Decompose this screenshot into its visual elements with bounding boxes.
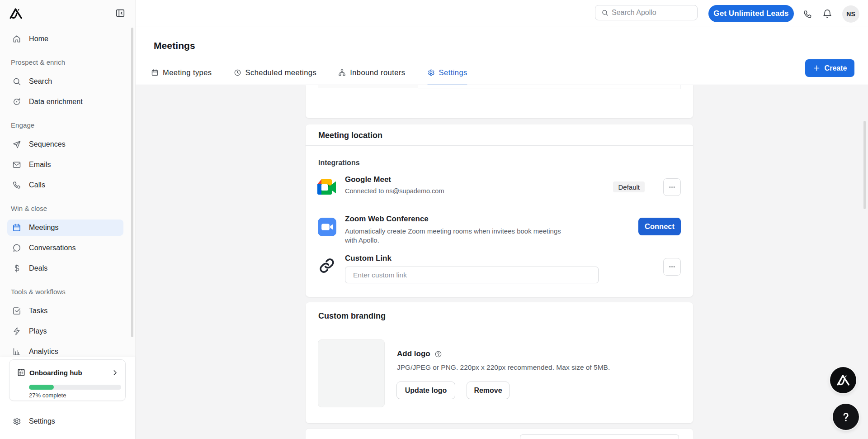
search-input[interactable]	[612, 9, 689, 17]
task-check-icon	[12, 306, 21, 315]
get-unlimited-leads-button[interactable]: Get Unlimited Leads	[708, 5, 794, 22]
global-search[interactable]	[595, 5, 698, 20]
onboarding-progress-label: 27% complete	[29, 392, 66, 399]
tab-scheduled-meetings[interactable]: Scheduled meetings	[234, 68, 317, 85]
sidebar-item-label: Search	[29, 77, 52, 86]
remove-logo-button[interactable]: Remove	[467, 382, 509, 399]
sidebar-item-home[interactable]: Home	[7, 31, 123, 47]
apollo-logo-icon	[9, 8, 22, 19]
sidebar-item-label: Tasks	[29, 307, 47, 315]
page-scrollbar[interactable]	[863, 121, 866, 209]
sidebar-item-settings[interactable]: Settings	[7, 413, 123, 429]
tab-label: Scheduled meetings	[245, 68, 317, 77]
integration-description: Automatically create Zoom meeting rooms …	[345, 227, 561, 245]
integration-status: Connected to ns@supademo.com	[345, 187, 444, 195]
description-line: with Apollo.	[345, 236, 561, 245]
sidebar-item-label: Calls	[29, 181, 45, 189]
sidebar-item-label: Home	[29, 35, 48, 43]
update-logo-button[interactable]: Update logo	[396, 382, 455, 399]
sidebar-item-search[interactable]: Search	[7, 73, 123, 90]
clipboard-icon	[17, 368, 26, 377]
sidebar-item-label: Meetings	[29, 224, 59, 232]
sidebar-section-prospect-enrich: Prospect & enrich	[11, 58, 65, 66]
custom-link-input[interactable]	[345, 267, 599, 283]
envelope-icon	[12, 160, 21, 169]
add-logo-row: Add logo	[397, 349, 442, 358]
create-button-label: Create	[825, 64, 847, 72]
tab-label: Inbound routers	[350, 68, 405, 77]
collapse-sidebar-button[interactable]	[115, 8, 125, 18]
router-icon	[338, 69, 346, 76]
custom-link-title: Custom Link	[345, 254, 392, 263]
meeting-location-card: Meeting location Integrations Google Mee…	[306, 124, 693, 297]
default-badge: Default	[613, 181, 645, 192]
google-meet-info: Google Meet Connected to ns@supademo.com	[345, 175, 444, 195]
bar-chart-icon	[12, 347, 21, 356]
sidebar-section-win-close: Win & close	[11, 205, 47, 212]
integrations-label: Integrations	[318, 159, 360, 167]
tab-inbound-routers[interactable]: Inbound routers	[338, 68, 405, 85]
sidebar-item-plays[interactable]: Plays	[7, 323, 123, 339]
sidebar-item-label: Data enrichment	[29, 98, 83, 106]
sidebar: Home Prospect & enrich Search Data enric…	[0, 0, 136, 439]
help-fab-button[interactable]	[833, 404, 859, 430]
sidebar-scrollbar[interactable]	[131, 28, 133, 337]
home-icon	[12, 34, 21, 43]
onboarding-progress-bar	[29, 385, 121, 390]
google-meet-logo-icon	[317, 179, 336, 195]
sidebar-item-calls[interactable]: Calls	[7, 177, 123, 193]
tab-bar: Meeting types Scheduled meetings Inbound…	[151, 68, 467, 85]
onboarding-hub-title: Onboarding hub	[29, 369, 82, 377]
sidebar-item-sequences[interactable]: Sequences	[7, 136, 123, 153]
tab-meeting-types[interactable]: Meeting types	[151, 68, 212, 85]
avatar[interactable]: NS	[842, 5, 859, 23]
integration-name: Google Meet	[345, 175, 444, 184]
sidebar-section-engage: Engage	[11, 121, 34, 129]
sidebar-item-label: Settings	[29, 417, 55, 425]
create-button[interactable]: Create	[805, 59, 854, 77]
cropped-field-left[interactable]	[318, 85, 418, 88]
dialer-button[interactable]	[803, 10, 812, 19]
sidebar-item-deals[interactable]: Deals	[7, 260, 123, 277]
sidebar-item-meetings[interactable]: Meetings	[7, 220, 123, 236]
zoom-info: Zoom Web Conference Automatically create…	[345, 215, 561, 245]
calendar-icon	[151, 69, 159, 76]
sidebar-item-label: Deals	[29, 264, 47, 272]
card-partial-bottom	[306, 429, 693, 439]
phone-icon	[12, 181, 21, 190]
video-camera-icon	[321, 220, 334, 234]
phone-icon	[803, 10, 812, 19]
clock-icon	[234, 69, 241, 76]
main-area: Get Unlimited Leads NS Meetings Meeting …	[136, 0, 868, 439]
sidebar-item-emails[interactable]: Emails	[7, 157, 123, 173]
apollo-fab-button[interactable]	[830, 367, 856, 393]
cropped-field-bottom[interactable]	[520, 434, 679, 439]
sidebar-header	[0, 0, 135, 28]
sidebar-item-label: Plays	[29, 327, 47, 335]
connect-zoom-button[interactable]: Connect	[638, 218, 681, 235]
ellipsis-icon	[668, 263, 676, 271]
collapse-panel-icon	[115, 8, 125, 18]
card-partial-top	[306, 85, 693, 118]
cropped-field-right[interactable]	[418, 85, 680, 89]
onboarding-progress-fill	[29, 385, 54, 390]
tab-settings[interactable]: Settings	[427, 68, 467, 85]
page-header: Meetings Meeting types Scheduled meeting…	[136, 27, 868, 85]
custom-link-menu-button[interactable]	[663, 258, 681, 276]
ellipsis-icon	[668, 183, 676, 191]
help-circle-icon[interactable]	[434, 350, 442, 358]
topbar: Get Unlimited Leads NS	[136, 0, 868, 27]
google-meet-menu-button[interactable]	[663, 178, 681, 196]
chat-bubble-icon	[12, 243, 21, 253]
sidebar-item-tasks[interactable]: Tasks	[7, 303, 123, 319]
gear-icon	[12, 417, 21, 426]
logo-hint: JPG/JPEG or PNG. 220px x 220px recommend…	[397, 363, 610, 372]
bell-icon	[822, 9, 832, 19]
sidebar-item-data-enrichment[interactable]: Data enrichment	[7, 94, 123, 110]
sidebar-item-conversations[interactable]: Conversations	[7, 240, 123, 256]
onboarding-hub-card[interactable]: Onboarding hub 27% complete	[9, 359, 126, 401]
question-mark-icon	[840, 411, 852, 423]
dollar-icon	[12, 264, 21, 273]
notifications-button[interactable]	[822, 9, 832, 19]
custom-branding-card: Custom branding Add logo JPG/JPEG or PNG…	[306, 302, 693, 423]
